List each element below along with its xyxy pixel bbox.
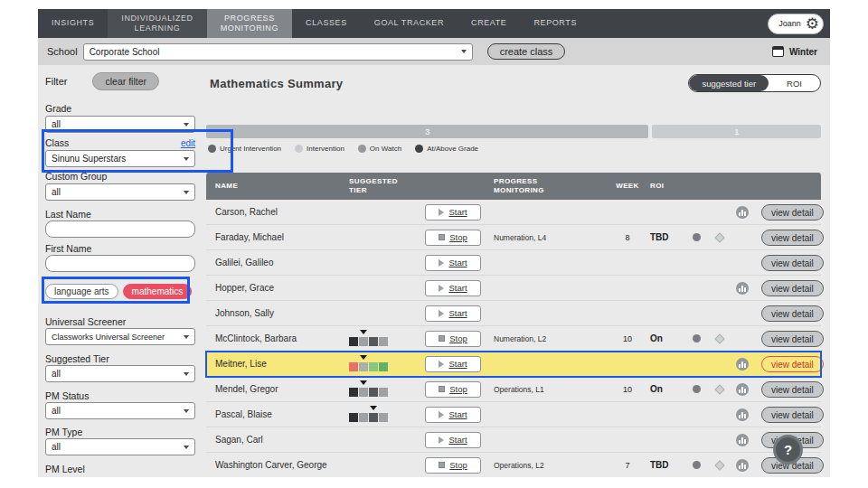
- graph-icon[interactable]: [736, 282, 749, 295]
- class-select[interactable]: Sinunu Superstars: [45, 150, 195, 167]
- view-detail-button[interactable]: view detail: [761, 356, 824, 372]
- week-value: 10: [609, 385, 646, 394]
- chevron-down-icon: [184, 446, 189, 449]
- start-button[interactable]: Start: [425, 356, 481, 372]
- calendar-icon: [772, 46, 784, 57]
- view-detail-button[interactable]: view detail: [761, 305, 824, 322]
- graph-icon[interactable]: [736, 206, 749, 219]
- nav-item-goal-tracker[interactable]: GOAL TRACKER: [361, 9, 458, 38]
- table-row: McClintock, BarbaraStopNumeration, L210O…: [206, 326, 821, 352]
- start-button[interactable]: Start: [425, 305, 481, 322]
- stop-icon: [439, 234, 445, 240]
- graph-icon[interactable]: [736, 383, 749, 396]
- suggested-tier-select[interactable]: all: [45, 365, 195, 382]
- view-detail-button[interactable]: view detail: [761, 204, 824, 221]
- first-name-input[interactable]: [45, 255, 195, 272]
- school-select[interactable]: Corporate School: [83, 43, 473, 61]
- student-name: Sagan, Carl: [206, 435, 342, 445]
- view-detail-button[interactable]: view detail: [761, 280, 824, 296]
- nav-item-individualized-learning[interactable]: INDIVIDUALIZED LEARNING: [108, 9, 206, 38]
- status-icons: [685, 427, 754, 452]
- roi-toggle[interactable]: ROI: [769, 75, 820, 91]
- view-detail-button[interactable]: view detail: [761, 331, 824, 347]
- universal-screener-select[interactable]: Classworks Universal Screener: [45, 328, 195, 345]
- table-row: Galilei, GalileoStartview detail: [206, 250, 821, 276]
- user-menu-button[interactable]: Joann ⚙: [768, 14, 824, 34]
- class-edit-link[interactable]: edit: [181, 138, 195, 148]
- legend-item: Urgent Intervention: [208, 145, 281, 153]
- create-class-button[interactable]: create class: [487, 43, 566, 60]
- tier-indicator: [349, 330, 391, 348]
- tier-cell: [342, 330, 416, 348]
- mathematics-toggle[interactable]: mathematics: [123, 284, 193, 299]
- view-cell: view detail: [754, 229, 821, 247]
- clear-filter-button[interactable]: clear filter: [92, 72, 159, 90]
- status-icons: [685, 377, 754, 401]
- graph-icon[interactable]: [736, 408, 749, 421]
- start-button[interactable]: Start: [425, 280, 481, 296]
- last-name-input[interactable]: [45, 221, 195, 238]
- pm-status-select[interactable]: all: [45, 402, 195, 419]
- stop-button[interactable]: Stop: [425, 331, 481, 347]
- suggested-tier-toggle[interactable]: suggested tier: [689, 75, 769, 91]
- status-icons: [685, 301, 754, 325]
- chevron-down-icon: [184, 191, 189, 194]
- view-cell: view detail: [754, 406, 821, 424]
- start-button[interactable]: Start: [425, 432, 481, 448]
- term-label: Winter: [789, 47, 817, 57]
- view-toggle: suggested tier ROI: [688, 74, 821, 92]
- tier-cell: [342, 355, 416, 373]
- view-cell: view detail: [754, 355, 821, 373]
- view-detail-button[interactable]: view detail: [761, 230, 824, 246]
- table-header: NAME SUGGESTED TIER PROGRESS MONITORING …: [206, 173, 821, 200]
- graph-icon[interactable]: [736, 358, 749, 371]
- week-value: 10: [609, 334, 646, 343]
- page-title: Mathematics Summary: [210, 77, 343, 90]
- nav-item-reports[interactable]: REPORTS: [520, 9, 590, 38]
- help-button[interactable]: ?: [773, 435, 803, 465]
- view-cell: view detail: [754, 305, 821, 323]
- top-nav: INSIGHTSINDIVIDUALIZED LEARNINGPROGRESS …: [38, 9, 830, 38]
- view-detail-button[interactable]: view detail: [761, 255, 824, 271]
- stop-button[interactable]: Stop: [425, 457, 481, 474]
- stop-button[interactable]: Stop: [425, 230, 481, 246]
- tier-indicator: [349, 406, 391, 424]
- custom-group-select[interactable]: all: [45, 183, 195, 201]
- action-cell: Start: [416, 356, 492, 372]
- status-dot-icon: [693, 233, 701, 241]
- student-name: Mendel, Gregor: [206, 384, 342, 394]
- student-name: Galilei, Galileo: [206, 258, 342, 267]
- table-row: Sagan, CarlStartview detail: [206, 427, 821, 453]
- action-cell: Stop: [416, 381, 492, 398]
- stop-button[interactable]: Stop: [425, 381, 481, 398]
- language-arts-toggle[interactable]: language arts: [45, 284, 118, 299]
- tier-marker-icon: [360, 355, 367, 360]
- roi-value: TBD: [646, 460, 685, 470]
- pm-type-select-value: all: [52, 442, 61, 452]
- start-button[interactable]: Start: [425, 204, 481, 221]
- student-name: Carson, Rachel: [206, 207, 342, 217]
- view-cell: view detail: [754, 380, 821, 399]
- tier-marker-icon: [360, 380, 367, 385]
- nav-item-insights[interactable]: INSIGHTS: [38, 9, 108, 38]
- pm-assignment: Operations, L1: [492, 385, 609, 394]
- start-button[interactable]: Start: [425, 255, 481, 271]
- view-detail-button[interactable]: view detail: [761, 407, 824, 423]
- stop-icon: [439, 335, 445, 342]
- start-button[interactable]: Start: [425, 407, 481, 423]
- stop-icon: [439, 462, 445, 468]
- graph-icon[interactable]: [736, 459, 749, 472]
- view-detail-button[interactable]: view detail: [761, 381, 824, 398]
- graph-icon[interactable]: [736, 434, 749, 446]
- nav-item-classes[interactable]: CLASSES: [292, 9, 361, 38]
- grade-select[interactable]: all: [45, 116, 195, 133]
- nav-item-create[interactable]: CREATE: [458, 9, 520, 38]
- action-cell: Start: [416, 280, 492, 296]
- suggested-tier-label: Suggested Tier: [45, 353, 199, 364]
- nav-item-progress-monitoring[interactable]: PROGRESS MONITORING: [207, 9, 292, 38]
- pm-type-select[interactable]: all: [45, 438, 195, 455]
- action-cell: Start: [416, 407, 492, 423]
- table-row: Faraday, MichaelStopNumeration, L48TBDvi…: [206, 225, 821, 250]
- term-selector[interactable]: Winter: [772, 46, 817, 57]
- roi-value: On: [646, 384, 685, 394]
